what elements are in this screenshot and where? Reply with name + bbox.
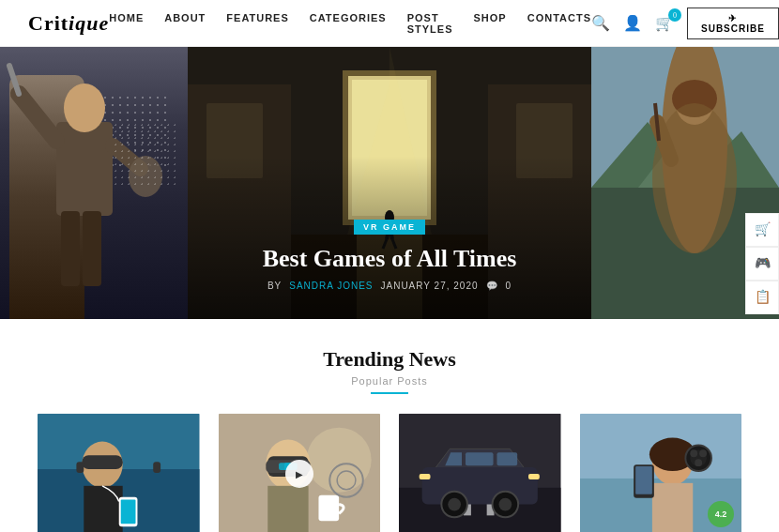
nav-post-styles[interactable]: POST STYLES xyxy=(407,12,453,35)
hero-title: Best Games of All Times xyxy=(211,244,568,273)
card-3[interactable]: MULTIPLAYER Ride or Die: Top Vehicles 20… xyxy=(399,413,561,532)
sidebar-list-icon[interactable]: 📋 xyxy=(745,281,779,314)
header: Critique HOME ABOUT FEATURES CATEGORIES … xyxy=(0,0,779,47)
card-3-image xyxy=(399,413,561,532)
svg-rect-52 xyxy=(267,486,308,532)
svg-rect-39 xyxy=(84,486,122,532)
card-4-rating: 4.2 xyxy=(708,501,734,527)
svg-rect-42 xyxy=(153,462,160,473)
svg-point-66 xyxy=(498,498,512,511)
hero-tag: VR GAME xyxy=(354,220,425,235)
nav-home[interactable]: HOME xyxy=(109,12,144,35)
svg-rect-44 xyxy=(121,500,136,524)
svg-rect-0 xyxy=(56,122,113,216)
sidebar-game-icon[interactable]: 🎮 xyxy=(745,247,779,281)
cart-badge[interactable]: 🛒 0 xyxy=(655,14,674,32)
card-1[interactable]: MULTIPLAYER Gadgets You Must Try in 2022… xyxy=(38,413,200,532)
hero-comments: 0 xyxy=(506,281,512,291)
user-icon[interactable]: 👤 xyxy=(623,14,642,32)
svg-line-2 xyxy=(19,94,56,141)
hero-author-label: BY xyxy=(267,281,282,291)
card-2-image: ▶ xyxy=(219,413,381,532)
card-1-image xyxy=(38,413,200,532)
cards-grid: MULTIPLAYER Gadgets You Must Try in 2022… xyxy=(38,413,741,532)
card-4-image: 4.2 xyxy=(580,413,742,532)
cart-count: 0 xyxy=(668,8,681,22)
main-nav: HOME ABOUT FEATURES CATEGORIES POST STYL… xyxy=(109,12,591,35)
svg-rect-61 xyxy=(466,452,494,465)
svg-point-78 xyxy=(699,449,707,457)
logo[interactable]: Critique xyxy=(28,11,109,36)
trending-subtitle: Popular Posts xyxy=(38,375,741,387)
hero-comments-icon: 💬 xyxy=(486,281,498,291)
trending-header: Trending News Popular Posts xyxy=(38,347,741,394)
nav-categories[interactable]: CATEGORIES xyxy=(310,12,387,35)
hero-date: JANUARY 27, 2020 xyxy=(381,281,479,291)
card-4[interactable]: 4.2 MULTIPLAYER Top 10 Mobile Games Toda… xyxy=(580,413,742,532)
nav-shop[interactable]: SHOP xyxy=(474,12,507,35)
nav-features[interactable]: FEATURES xyxy=(226,12,288,35)
hero-author: SANDRA JONES xyxy=(289,281,373,291)
hero-slider: VR GAME Best Games of All Times BY SANDR… xyxy=(0,47,779,319)
card-3-illustration xyxy=(399,413,561,532)
subscribe-button[interactable]: ✈ SUBSCRIBE xyxy=(687,8,779,39)
card-2[interactable]: ▶ MULTIPLAYER Trending VR Games in the U… xyxy=(219,413,381,532)
hero-meta: BY SANDRA JONES JANUARY 27, 2020 💬 0 xyxy=(211,281,568,291)
trending-underline xyxy=(371,392,408,394)
sidebar-cart-icon[interactable]: 🛒 xyxy=(745,213,779,247)
svg-rect-72 xyxy=(651,483,692,532)
hero-slide-center[interactable]: VR GAME Best Games of All Times BY SANDR… xyxy=(188,47,591,319)
svg-rect-68 xyxy=(420,474,431,479)
nav-about[interactable]: ABOUT xyxy=(164,12,206,35)
svg-rect-4 xyxy=(83,211,101,286)
svg-point-80 xyxy=(695,459,702,466)
trending-section: Trending News Popular Posts xyxy=(0,319,779,532)
svg-rect-41 xyxy=(76,462,84,473)
svg-point-79 xyxy=(690,449,697,457)
svg-rect-62 xyxy=(496,452,517,465)
svg-rect-60 xyxy=(422,467,538,504)
svg-rect-40 xyxy=(82,455,122,469)
svg-rect-75 xyxy=(635,466,652,494)
svg-rect-3 xyxy=(61,211,80,286)
svg-point-1 xyxy=(64,84,105,132)
nav-contacts[interactable]: CONTACTS xyxy=(527,12,591,35)
svg-point-64 xyxy=(448,498,461,511)
search-icon[interactable]: 🔍 xyxy=(591,14,610,32)
svg-rect-67 xyxy=(528,474,540,479)
right-sidebar: 🛒 🎮 📋 xyxy=(745,213,779,314)
svg-point-46 xyxy=(306,428,371,493)
hero-content: VR GAME Best Games of All Times BY SANDR… xyxy=(211,217,568,291)
hero-slide-left[interactable] xyxy=(0,47,188,319)
trending-title: Trending News xyxy=(38,347,741,372)
svg-rect-53 xyxy=(318,495,339,522)
header-right: 🔍 👤 🛒 0 ✈ SUBSCRIBE xyxy=(591,8,779,39)
card-1-illustration xyxy=(38,413,200,532)
card-2-play-button[interactable]: ▶ xyxy=(285,460,313,488)
